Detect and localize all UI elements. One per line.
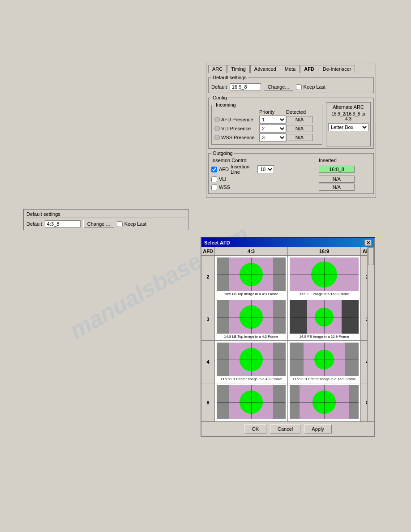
tab-arc[interactable]: ARC: [208, 65, 227, 73]
cancel-button[interactable]: Cancel: [270, 425, 300, 433]
vli-outgoing-label: VLI: [219, 176, 227, 182]
keep-last-row: Keep Last: [296, 84, 326, 90]
wss-inserted-value: N/A: [319, 184, 355, 191]
bottom-default-row: Default Change ... Keep Last: [26, 220, 186, 228]
caption-4-169: >16:9 LB Center Image in a 16:9 Frame: [290, 377, 359, 381]
dialog-footer: OK Cancel Apply: [201, 421, 374, 436]
vli-detected: N/A: [286, 125, 313, 132]
bottom-keep-last-label: Keep Last: [124, 221, 147, 227]
vli-priority-select[interactable]: 123: [259, 124, 286, 133]
default-value-input[interactable]: [230, 83, 261, 90]
vli-insertion-row: VLI: [211, 176, 274, 182]
dialog-titlebar: Select AFD ✕: [201, 238, 374, 247]
header-169: 16:9: [288, 247, 361, 255]
priority-header: Priority: [259, 109, 286, 115]
afd-grid-header: AFD 4:3 16:9 AFD: [201, 247, 374, 256]
row-4-cell-169-inner: [290, 343, 359, 376]
caption-2-43: 16:9 LB Top Image in a 4:3 Frame: [217, 292, 286, 296]
insertion-line-spacer: [274, 158, 319, 163]
incoming-header: Priority Detected: [214, 109, 319, 115]
wss-presence-radio[interactable]: [214, 135, 220, 140]
vli-presence-row: VLI Presence 123 N/A: [214, 124, 319, 133]
insertion-line-select[interactable]: 10: [257, 165, 274, 173]
tab-deinterlacer[interactable]: De-Interlacer: [319, 65, 355, 73]
row-8-cell-169[interactable]: [288, 383, 361, 421]
wss-presence-text: WSS Presence: [221, 135, 255, 140]
afd-presence-label: AFD Presence: [214, 117, 259, 122]
dialog-title: Select AFD: [204, 240, 230, 245]
bottom-default-input[interactable]: [45, 220, 81, 227]
caption-4-43: >16:9 LB Center Image in a 4:3 Frame: [217, 377, 286, 381]
afd-row-2: 2 16:9 LB Top Image in a 4:3 Frame: [201, 256, 374, 298]
keep-last-checkbox[interactable]: [296, 84, 302, 90]
row-2-cell-43[interactable]: 16:9 LB Top Image in a 4:3 Frame: [215, 256, 288, 298]
afd-outgoing-checkbox[interactable]: [211, 167, 217, 172]
alternate-arc-value: 16:9_2/16:9_8 to 4:3: [328, 112, 368, 121]
incoming-name-header: [214, 109, 259, 115]
afd-detected: N/A: [286, 116, 313, 123]
tab-meta[interactable]: Meta: [281, 65, 300, 73]
header-afd-left: AFD: [201, 247, 215, 255]
outgoing-header: Insertion Control Inserted: [211, 158, 371, 163]
default-label: Default: [211, 84, 227, 90]
wss-priority-select[interactable]: 123: [259, 133, 286, 142]
row-3-cell-169[interactable]: 14:9 PB Image in a 16:9 Frame: [288, 298, 361, 340]
afd-presence-text: AFD Presence: [221, 117, 253, 122]
change-button[interactable]: Change...: [264, 83, 293, 91]
insertion-line-label: Insertion Line: [231, 164, 256, 175]
alternate-arc-title: Alternate ARC: [328, 104, 368, 110]
row-3-cell-43[interactable]: 14:9 LB Top Image in a 4:3 Frame: [215, 298, 288, 340]
row-4-cell-43[interactable]: >16:9 LB Center Image in a 4:3 Frame: [215, 341, 288, 383]
vline-2-169: [324, 257, 325, 291]
insertion-control-header: Insertion Control: [211, 158, 274, 163]
row-8-cell-43[interactable]: [215, 383, 288, 421]
afd-row-3: 3 14:9 LB Top Image in a 4:3 Frame: [201, 298, 374, 341]
vli-outgoing-checkbox[interactable]: [211, 176, 217, 182]
tab-afd[interactable]: AFD: [300, 65, 318, 73]
vline-8-43: [251, 385, 252, 419]
row-3-cell-169-inner: [290, 300, 359, 334]
afd-priority-select[interactable]: 123: [259, 116, 286, 124]
config-inner: Incoming Priority Detected AFD Presence: [211, 102, 371, 146]
afd-presence-radio[interactable]: [214, 117, 220, 122]
config-legend: Config: [211, 95, 228, 100]
dialog-scrollbar[interactable]: [367, 247, 374, 421]
bottom-keep-last-checkbox[interactable]: [117, 221, 123, 227]
tab-timing[interactable]: Timing: [227, 65, 250, 73]
ok-button[interactable]: OK: [244, 425, 266, 433]
vline-2-43: [251, 257, 252, 291]
outgoing-afd-row: AFD Insertion Line 10 16:8_8: [211, 164, 371, 175]
outgoing-vli-row: VLI N/A: [211, 176, 371, 183]
detected-header: Detected: [286, 109, 313, 115]
tab-advanced[interactable]: Advanced: [250, 65, 280, 73]
row-8-cell-169-inner: [290, 385, 359, 419]
caption-3-169: 14:9 PB Image in a 16:9 Frame: [290, 335, 359, 339]
inserted-header: Inserted: [319, 158, 355, 163]
row-8-cell-43-inner: [217, 385, 286, 419]
bottom-default-settings: Default settings Default Change ... Keep…: [23, 209, 189, 230]
vline-4-169: [324, 343, 325, 376]
wss-outgoing-checkbox[interactable]: [211, 184, 217, 190]
afd-row-8: 8: [201, 383, 374, 421]
row-4-cell-43-inner: [217, 343, 286, 376]
vli-presence-radio[interactable]: [214, 126, 220, 131]
row-2-cell-43-inner: [217, 257, 286, 291]
vli-presence-label: VLI Presence: [214, 126, 259, 131]
bottom-change-button[interactable]: Change ...: [83, 220, 114, 228]
outgoing-wss-row: WSS N/A: [211, 184, 371, 191]
alternate-arc-section: Alternate ARC 16:9_2/16:9_8 to 4:3 Lette…: [326, 102, 371, 146]
vli-inserted-value: N/A: [319, 176, 355, 183]
afd-inserted-value: 16:8_8: [319, 166, 355, 173]
row-4-cell-169[interactable]: >16:9 LB Center Image in a 16:9 Frame: [288, 341, 361, 383]
incoming-section: Incoming Priority Detected AFD Presence: [211, 102, 322, 146]
alternate-arc-select[interactable]: Letter Box: [328, 123, 368, 131]
apply-button[interactable]: Apply: [304, 425, 332, 433]
wss-presence-label: WSS Presence: [214, 135, 259, 140]
scrollbar-thumb[interactable]: [368, 247, 374, 265]
vline-8-169: [324, 385, 325, 419]
vli-presence-text: VLI Presence: [221, 126, 251, 131]
caption-3-43: 14:9 LB Top Image in a 4:3 Frame: [217, 335, 286, 339]
row-2-cell-169[interactable]: 16:9 FF Image in a 16:9 Frame: [288, 256, 361, 298]
dialog-close-button[interactable]: ✕: [364, 240, 372, 246]
config-section: Config Incoming Priority Detected AFD P: [208, 95, 374, 149]
